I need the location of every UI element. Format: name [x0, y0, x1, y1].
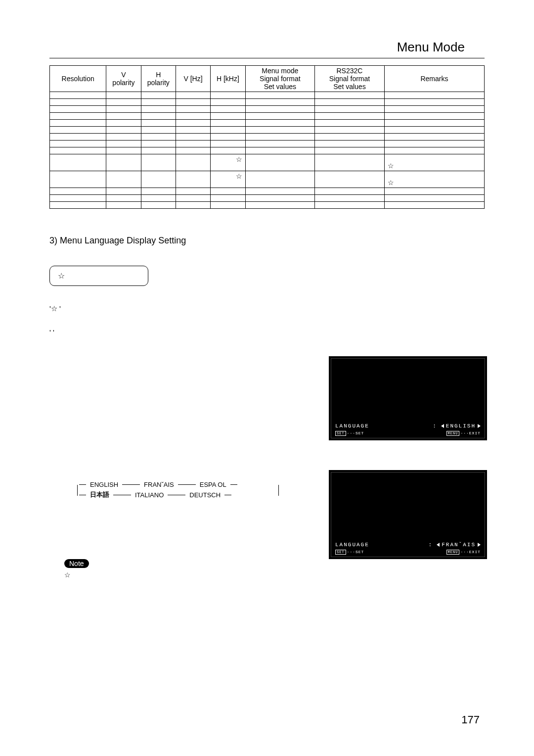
star-icon: ☆ [58, 272, 65, 280]
set-key-icon: SET [335, 550, 346, 555]
osd-exit-text: EXIT [469, 550, 481, 554]
th-remarks: Remarks [384, 66, 484, 92]
table-row [50, 188, 485, 195]
table-row [50, 99, 485, 106]
osd-language-label: LANGUAGE [335, 542, 369, 548]
title-rule [49, 58, 485, 58]
th-vhz: V [Hz] [176, 66, 210, 92]
osd-language-label: LANGUAGE [335, 423, 369, 429]
table-row: ☆ ☆ [50, 171, 485, 188]
table-row [50, 120, 485, 127]
osd-language-value: : FRANˇAIS [429, 542, 481, 548]
set-key-icon: SET [335, 431, 346, 436]
arrow-left-icon [437, 543, 440, 547]
menu-key-icon: MENU [446, 431, 460, 436]
table-row [50, 92, 485, 99]
star-icon: ☆ [236, 155, 242, 163]
th-hkhz: H [kHz] [211, 66, 245, 92]
star-icon: ☆ [388, 179, 394, 187]
th-vpolarity: V polarity [106, 66, 141, 92]
osd-set-text: SET [356, 550, 364, 554]
page-title: Menu Mode [49, 40, 485, 55]
language-box: ☆ [49, 266, 148, 286]
language-cycle: ENGLISH FRANˇAIS ESPA OL 日本語 ITALIANO DE… [79, 481, 277, 499]
page-number: 177 [461, 713, 480, 726]
table-row [50, 134, 485, 141]
lang-italiano: ITALIANO [135, 491, 164, 499]
th-hpolarity: H polarity [141, 66, 176, 92]
th-menu-format: Menu mode Signal format Set values [245, 66, 315, 92]
osd-exit-text: EXIT [469, 431, 481, 435]
lang-english: ENGLISH [90, 481, 118, 488]
arrow-left-icon [441, 424, 444, 428]
section-3-paragraph: '☆ ' ' ' [49, 303, 485, 338]
arrow-right-icon [478, 543, 481, 547]
osd-language-value: : ENGLISH [433, 423, 481, 429]
table-body: ☆ ☆ ☆ ☆ [50, 92, 485, 209]
lang-francais: FRANˇAIS [144, 481, 174, 488]
osd-language-text: FRANˇAIS [442, 542, 476, 548]
star-icon: ☆ [64, 571, 71, 579]
lang-japanese: 日本語 [90, 490, 109, 499]
table-row [50, 195, 485, 202]
osd-set-text: SET [356, 431, 364, 435]
table-row [50, 141, 485, 147]
signal-table: Resolution V polarity H polarity V [Hz] … [49, 65, 485, 209]
star-icon: ☆ [236, 172, 242, 180]
table-row [50, 127, 485, 134]
th-rs232c-format: RS232C Signal format Set values [315, 66, 385, 92]
osd-language-text: ENGLISH [446, 423, 476, 429]
arrow-right-icon [478, 424, 481, 428]
section-3-heading: 3) Menu Language Display Setting [49, 236, 485, 246]
osd-preview-1: LANGUAGE : ENGLISH SET···SET MENU···EXIT [329, 356, 487, 440]
note-pill: Note [64, 559, 89, 568]
menu-key-icon: MENU [446, 550, 460, 555]
th-resolution: Resolution [50, 66, 106, 92]
table-row [50, 113, 485, 120]
lang-espanol: ESPA OL [200, 481, 226, 488]
table-row [50, 202, 485, 209]
osd-preview-2: LANGUAGE : FRANˇAIS SET···SET MENU···EXI… [329, 470, 487, 559]
table-row: ☆ ☆ [50, 154, 485, 171]
table-row [50, 147, 485, 154]
table-row [50, 106, 485, 113]
star-icon: ☆ [388, 162, 394, 170]
lang-deutsch: DEUTSCH [189, 491, 221, 499]
